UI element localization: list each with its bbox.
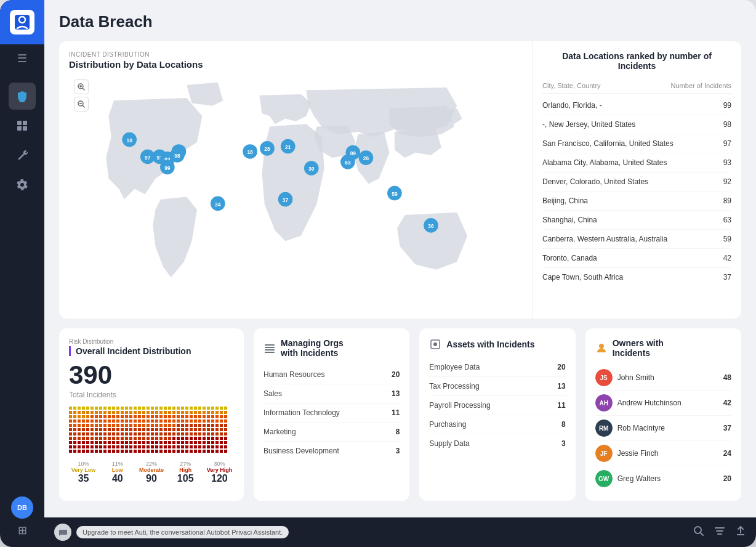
owner-row: RM Rob Macintyre 37 <box>595 416 731 441</box>
table-row: Toronto, Canada 42 <box>542 249 731 268</box>
risk-bar-high: 27% High 105 <box>171 461 200 484</box>
filter-icon[interactable] <box>714 525 725 539</box>
risk-bar-very-high: 30% Very High 120 <box>205 461 234 484</box>
owners-panel: Owners withIncidents JS John Smith 48 <box>585 328 741 501</box>
col-location-header: City, State, Country <box>542 82 601 89</box>
assets-icon <box>429 338 441 350</box>
owner-name: John Smith <box>617 373 718 382</box>
svg-rect-52 <box>265 349 275 350</box>
svg-rect-53 <box>265 352 275 353</box>
list-item: Payroll Processing 11 <box>429 396 565 415</box>
logo-icon <box>10 10 34 34</box>
bottom-section: Risk Distribution Overall Incident Distr… <box>59 328 741 501</box>
svg-text:63: 63 <box>345 160 351 166</box>
svg-line-7 <box>83 89 85 91</box>
map-subtitle: Incident Distribution <box>69 51 512 58</box>
svg-text:99: 99 <box>164 165 171 171</box>
dot-matrix <box>69 407 234 456</box>
owner-count: 48 <box>723 373 731 382</box>
svg-rect-51 <box>265 347 275 348</box>
zoom-out-button[interactable] <box>74 97 89 111</box>
orgs-icon <box>263 342 276 354</box>
svg-rect-3 <box>23 121 27 125</box>
svg-text:97: 97 <box>145 155 151 161</box>
bottom-bar: Upgrade to meet Auti, the conversational… <box>44 517 756 547</box>
owner-name: Greg Walters <box>617 474 718 483</box>
orgs-list: Human Resources 20 Sales 13 Information … <box>263 365 400 460</box>
export-icon[interactable] <box>735 525 746 539</box>
sidebar-item-dashboard[interactable] <box>9 112 36 139</box>
chat-bubble-text[interactable]: Upgrade to meet Auti, the conversational… <box>76 526 289 538</box>
orgs-panel: Managing Orgswith Incidents Human Resour… <box>254 328 409 501</box>
table-row: Denver, Colorado, United States 92 <box>542 172 731 192</box>
locations-table-scroll[interactable]: Orlando, Florida, - 99 -, New Jersey, Un… <box>542 96 731 286</box>
table-header: City, State, Country Number of Incidents <box>542 78 731 94</box>
owner-name: Rob Macintyre <box>617 424 718 432</box>
risk-bar-moderate: 22% Moderate 90 <box>137 461 166 484</box>
svg-text:37: 37 <box>283 197 289 203</box>
owners-icon <box>595 342 608 354</box>
owner-row: JF Jessie Finch 24 <box>595 441 731 466</box>
svg-text:26: 26 <box>363 155 369 161</box>
sidebar-bottom: DB ⊞ <box>11 496 33 547</box>
list-item: Purchasing 8 <box>429 415 565 434</box>
risk-total-label: Total Incidents <box>69 391 234 399</box>
logo <box>0 0 44 44</box>
owner-count: 37 <box>723 424 731 432</box>
svg-text:36: 36 <box>428 223 434 229</box>
sidebar-item-settings[interactable] <box>9 171 36 198</box>
top-section: Incident Distribution Distribution by Da… <box>59 41 741 318</box>
svg-line-11 <box>83 106 85 108</box>
world-map: 18 42 97 92 93 <box>69 75 512 309</box>
chat-message-area: Upgrade to meet Auti, the conversational… <box>54 524 289 541</box>
svg-text:34: 34 <box>215 201 221 208</box>
risk-bar-very-low: 10% Very Low 35 <box>69 461 98 484</box>
map-controls <box>74 79 89 111</box>
table-row: -, New Jersey, United States 98 <box>542 115 731 134</box>
svg-text:59: 59 <box>392 191 398 197</box>
main-content: Data Breach Incident Distribution Distri… <box>44 0 756 547</box>
zoom-in-button[interactable] <box>74 79 89 94</box>
table-row: Beijing, China 89 <box>542 192 731 211</box>
sidebar-item-security[interactable] <box>9 83 36 110</box>
owners-title: Owners withIncidents <box>613 338 664 358</box>
locations-table-panel: Data Locations ranked by number of Incid… <box>532 41 741 318</box>
page-title: Data Breach <box>59 12 741 31</box>
svg-text:18: 18 <box>247 149 253 155</box>
risk-bars: 10% Very Low 35 11% Low 40 22% Moderate <box>69 461 234 484</box>
owner-name: Jessie Finch <box>617 449 718 458</box>
table-row: Alabama City, Alabama, United States 93 <box>542 153 731 172</box>
assets-list: Employee Data 20 Tax Processing 13 Payro… <box>429 358 565 453</box>
owner-avatar-andrew: AH <box>595 394 613 411</box>
content-area: Incident Distribution Distribution by Da… <box>44 41 756 517</box>
owner-count: 20 <box>723 474 731 483</box>
auti-avatar <box>54 524 71 541</box>
map-panel: Incident Distribution Distribution by Da… <box>59 41 522 318</box>
svg-point-56 <box>599 344 604 349</box>
list-item: Marketing 8 <box>263 423 400 442</box>
map-svg: 18 42 97 92 93 <box>69 75 512 309</box>
table-row: Shanghai, China 63 <box>542 211 731 230</box>
search-icon[interactable] <box>693 525 704 539</box>
risk-panel: Risk Distribution Overall Incident Distr… <box>59 328 244 501</box>
list-item: Tax Processing 13 <box>429 377 565 396</box>
apps-icon[interactable]: ⊞ <box>18 524 27 537</box>
col-incidents-header: Number of Incidents <box>671 82 731 89</box>
table-row: Canberra, Western Australia, Australia 5… <box>542 230 731 249</box>
svg-text:18: 18 <box>127 137 133 144</box>
owner-count: 42 <box>723 399 731 407</box>
svg-line-58 <box>701 533 703 535</box>
sidebar-item-tools[interactable] <box>9 142 36 169</box>
risk-bar-low: 11% Low 40 <box>103 461 132 484</box>
sidebar: ☰ <box>0 0 44 547</box>
svg-text:28: 28 <box>264 146 270 152</box>
list-item: Supply Data 3 <box>429 434 565 453</box>
assets-title: Assets with Incidents <box>446 339 534 349</box>
svg-text:21: 21 <box>285 144 291 150</box>
owner-avatar-jessie: JF <box>595 445 613 462</box>
user-avatar[interactable]: DB <box>11 496 33 519</box>
owner-avatar-rob: RM <box>595 419 613 437</box>
owner-avatar-greg: GW <box>595 470 613 487</box>
svg-rect-4 <box>17 126 22 131</box>
sidebar-menu-toggle[interactable]: ☰ <box>0 44 44 73</box>
